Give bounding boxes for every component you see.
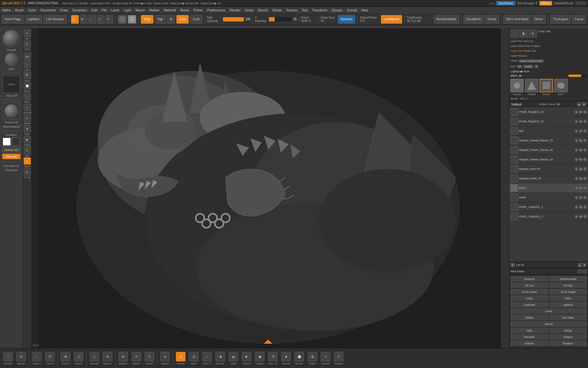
eye-icon-8[interactable]: ● <box>575 186 578 190</box>
bottom-tool-maskk[interactable]: ⊘ MaskK <box>130 351 142 366</box>
menu-material[interactable]: Material <box>162 8 178 13</box>
eye-icon-2[interactable]: ● <box>575 129 578 133</box>
lock-icon-2[interactable]: ■ <box>579 129 582 133</box>
vis-icon-4[interactable]: ◎ <box>583 148 587 152</box>
subtool-item-6[interactable]: Merged_retez P6 ● ■ ◎ <box>509 164 588 174</box>
dynamesh-btn[interactable]: DynaMesh <box>464 15 484 24</box>
rgb-intensity-slider[interactable] <box>223 17 244 21</box>
visible-label[interactable]: Visible <box>523 65 533 68</box>
autorecorder-btn[interactable]: AutoRecorder <box>549 276 587 282</box>
menu-tool[interactable]: Tool <box>300 8 310 13</box>
menu-color[interactable]: Color <box>26 8 38 13</box>
dots-swatch[interactable] <box>5 53 18 66</box>
eye-icon-1[interactable]: ● <box>575 120 578 123</box>
brush-thumb-3[interactable]: Simple <box>540 79 553 96</box>
vis-icon-8[interactable]: ◎ <box>583 186 587 190</box>
mrgb-btn[interactable]: Mrgb <box>141 15 153 24</box>
edit-tool-btn[interactable]: E <box>24 29 31 37</box>
boolean-btn[interactable]: Boolean <box>549 340 587 346</box>
lock-icon-1[interactable]: ■ <box>579 120 582 123</box>
lock-icon-3[interactable]: ■ <box>579 139 582 142</box>
polyf-btn[interactable]: ⊞ <box>24 125 31 132</box>
insert-btn[interactable]: Insert <box>511 308 587 314</box>
switch-color-btn[interactable]: SwitchColor <box>2 147 21 152</box>
menu-document[interactable]: Document <box>38 8 58 13</box>
duplicate-btn[interactable]: Duplicate <box>511 302 548 307</box>
bottom-tool-move-e[interactable]: ◑ Move E <box>214 351 226 366</box>
eye-icon-5[interactable]: ● <box>575 158 578 161</box>
gradient-swatch-right[interactable] <box>12 138 20 146</box>
subtool-up-btn[interactable]: ▲ <box>577 102 581 106</box>
bottom-tool-snakeh[interactable]: ⊏ SnakeH <box>333 351 345 366</box>
rgb-btn[interactable]: Rgb <box>155 15 166 24</box>
delete-btn[interactable]: Delete <box>511 315 548 320</box>
merge-btn[interactable]: Merge <box>549 328 587 333</box>
draw-mode-btn[interactable]: 🖊 <box>71 15 78 24</box>
xpose-btn[interactable]: X <box>24 157 31 165</box>
vis-icon-1[interactable]: ◎ <box>583 120 587 123</box>
brush-thumb-1[interactable]: Cylinde <box>510 79 524 96</box>
live-boolean-btn[interactable]: Live Boolean <box>43 15 67 24</box>
menu-help[interactable]: Help <box>359 8 371 13</box>
bottom-tool-trimla[interactable]: ⊡ TrimLa <box>44 351 56 366</box>
bottom-tool-move-t[interactable]: ○ Move T <box>201 351 213 366</box>
smooth-swatch[interactable] <box>3 30 20 47</box>
menu-brush[interactable]: Brush <box>13 8 26 13</box>
menu-zscript[interactable]: Zscript <box>345 8 359 13</box>
subtool-scroll-up[interactable]: ▲ <box>578 263 582 267</box>
bottom-tool-selectr[interactable]: ◻ SelectR <box>88 351 100 366</box>
canvas-area[interactable]: Floor <box>32 28 509 348</box>
subtool-item-5[interactable]: Merged_UMesh_hlava2_43 ● ■ ◎ <box>509 155 588 164</box>
rename-btn[interactable]: Rename <box>511 276 548 282</box>
vis-icon-7[interactable]: ◎ <box>583 177 587 180</box>
color-sphere-btn[interactable] <box>118 15 126 24</box>
bottom-tool-selectl[interactable]: ◫ SelectL <box>73 351 85 366</box>
menu-macro[interactable]: Macro <box>133 8 147 13</box>
extract-btn[interactable]: Extract <box>511 340 548 346</box>
bottom-tool-maskpe[interactable]: ⊗ MaskPe <box>117 351 129 366</box>
lock-icon-9[interactable]: ■ <box>579 196 582 199</box>
eye-icon-0[interactable]: ● <box>575 110 578 114</box>
import-label[interactable]: Import <box>510 54 518 57</box>
rotate-btn[interactable]: ↻ <box>24 114 31 122</box>
mirror-btn[interactable]: Mirror <box>532 15 546 24</box>
bottom-tool-maskp[interactable]: ⊙ MaskP <box>143 351 156 366</box>
lock-icon-11[interactable]: ■ <box>579 215 582 218</box>
all-high-btn[interactable]: All High <box>549 282 587 288</box>
lock-icon-6[interactable]: ■ <box>579 167 582 171</box>
export-label[interactable]: Export <box>519 54 527 57</box>
subtool-item-10[interactable]: PM3D_Cube3D1_2 ● ■ ◎ <box>509 202 588 212</box>
all-low-btn[interactable]: All Low <box>511 282 548 288</box>
texture-swatch[interactable] <box>3 102 20 120</box>
new-folder-label[interactable]: New Folder <box>511 270 525 273</box>
dynamic-btn[interactable]: Dynamic <box>338 15 355 24</box>
bottom-tool-flatten[interactable]: ◍ Flatten <box>306 351 318 366</box>
divide-btn[interactable]: Divide <box>485 15 499 24</box>
make-polymesh3d-btn[interactable]: Make PolyMesh3D <box>518 59 544 63</box>
menu-layer[interactable]: Layer <box>109 8 122 13</box>
vis-icon-3[interactable]: ◎ <box>583 139 587 142</box>
subtool-item-2[interactable]: telo ● ■ ◎ <box>509 126 588 136</box>
rotate-mode-btn[interactable]: ↻ <box>106 15 113 24</box>
rp-icon-3[interactable]: ⊕ <box>529 29 537 38</box>
lock-icon-5[interactable]: ■ <box>579 158 582 161</box>
zsub-btn[interactable]: Zsub <box>190 15 202 24</box>
eye-icon-11[interactable]: ● <box>575 215 578 218</box>
vis-icon-5[interactable]: ◎ <box>583 158 587 161</box>
lsym-btn[interactable]: L <box>24 61 31 68</box>
rp-icon-1[interactable]: ⬛ <box>510 29 519 38</box>
flat-color-btn[interactable] <box>128 15 136 24</box>
menu-dynamics[interactable]: Dynamics <box>70 8 89 13</box>
lightbox-btn[interactable]: LightBox <box>25 15 42 24</box>
all-to-home-btn[interactable]: All To Home <box>511 289 548 294</box>
append-btn[interactable]: Append <box>549 302 587 307</box>
sel-btn[interactable]: Sel <box>24 53 31 60</box>
vis-icon-10[interactable]: ◎ <box>583 205 587 209</box>
select-mode-btn[interactable]: ⊕ <box>80 15 87 24</box>
alternate-btn[interactable]: Alternate <box>2 154 21 159</box>
bottom-tool-dam_st[interactable]: ◔ Dam_St <box>267 351 279 366</box>
move-tool-btn[interactable]: ↕ <box>24 93 31 100</box>
brush-thumb-4[interactable]: krk27 <box>554 79 568 96</box>
zoom-btn[interactable]: 🔍 <box>24 71 31 79</box>
z-intensity-slider[interactable] <box>269 17 292 21</box>
